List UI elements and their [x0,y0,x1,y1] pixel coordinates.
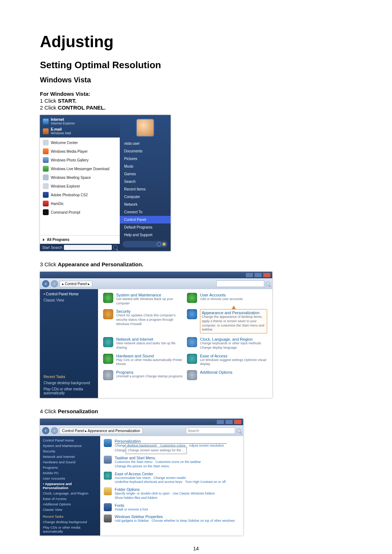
page-title: Adjusting [40,33,352,51]
additional-icon [187,370,197,380]
forward-button[interactable]: › [51,280,58,287]
side-appearance[interactable]: • Appearance and Personalization [43,482,97,490]
step-2: 2 Click CONTROL PANEL. [40,104,352,111]
recent-task-1[interactable]: Change desktop background [44,381,94,385]
app-icon [43,148,49,154]
recent-task-1[interactable]: Change desktop background [43,520,97,524]
figure-start-menu: Internet Internet Explorer E-mail Window… [40,115,352,251]
right-pictures[interactable]: Pictures [120,155,171,163]
row-fonts[interactable]: FontsInstall or remove a font [104,503,240,512]
hover-tip-text: Change screen saver settings for the ... [127,448,185,453]
app-hamdic[interactable]: HamDic [40,199,120,208]
right-user[interactable]: vista user [120,140,171,147]
minimize-button[interactable] [216,419,224,424]
row-folder[interactable]: Folder Options Specify single- or double… [104,487,240,500]
side-system[interactable]: System and Maintenance [43,444,97,448]
user-avatar[interactable] [136,119,154,137]
globe-icon [103,337,113,347]
font-icon [104,503,112,511]
close-button[interactable] [234,419,242,424]
right-search[interactable]: Search [120,178,171,185]
breadcrumb[interactable]: Control Panel ▸ Appearance and Personali… [60,428,143,434]
start-search[interactable]: Start Search [40,244,120,251]
sidebar: Control Panel Home System and Maintenanc… [40,436,100,535]
app-photoshop[interactable]: Adobe Photoshop CS2 [40,190,120,199]
side-ease[interactable]: Ease of Access [43,497,97,501]
lock-icon [163,243,166,246]
cat-programs[interactable]: ProgramsUninstall a program Change start… [103,370,183,380]
side-clock[interactable]: Clock, Language, and Region [43,491,97,495]
side-security[interactable]: Security [43,449,97,453]
cat-appearance[interactable]: Appearance and PersonalizationChange the… [187,309,267,333]
page-number: 14 [0,546,392,551]
right-documents[interactable]: Documents [120,147,171,155]
recent-tasks-header: Recent Tasks [43,514,97,518]
side-classic[interactable]: Classic View [43,508,97,512]
search-icon [113,245,118,250]
cat-ease[interactable]: Ease of AccessLet Windows suggest settin… [187,354,267,366]
figure-control-panel: ‹ › ▸ Control Panel ▸ • Control Panel Ho… [40,272,352,398]
side-mobile[interactable]: Mobile PC [43,471,97,475]
right-music[interactable]: Music [120,163,171,170]
close-button[interactable] [263,272,271,278]
breadcrumb[interactable]: ▸ Control Panel ▸ [60,281,92,287]
right-computer[interactable]: Computer [120,193,171,201]
side-additional[interactable]: Additional Options [43,502,97,506]
row-taskbar[interactable]: Taskbar and Start Menu Customize the Sta… [104,456,240,468]
search-input[interactable]: Search [186,427,235,434]
right-network[interactable]: Network [120,201,171,208]
back-button[interactable]: ‹ [42,280,49,287]
search-input[interactable] [216,280,264,287]
side-hardware[interactable]: Hardware and Sound [43,460,97,464]
app-photo-gallery[interactable]: Windows Photo Gallery [40,156,120,164]
right-connect[interactable]: Connect To [120,208,171,216]
app-explorer[interactable]: Windows Explorer [40,182,120,190]
right-recent[interactable]: Recent Items [120,185,171,193]
app-media-player[interactable]: Windows Media Player [40,147,120,156]
recent-task-2[interactable]: Play CDs or other media automatically [43,525,97,533]
cat-network[interactable]: Network and InternetView network status … [103,337,183,350]
app-icon [43,166,49,172]
recent-task-2[interactable]: Play CDs or other media automatically [44,387,94,395]
pinned-internet[interactable]: Internet Internet Explorer [40,116,120,126]
row-ease[interactable]: Ease of Access Center Accommodate low vi… [104,472,240,484]
app-live-messenger[interactable]: Windows Live Messenger Download [40,164,120,173]
right-help[interactable]: Help and Support [120,231,171,239]
cat-system[interactable]: System and MaintenanceGet started with W… [103,293,183,305]
step-4: 4 Click Personalization [40,408,352,414]
side-network[interactable]: Network and Internet [43,455,97,459]
power-buttons[interactable] [123,241,168,247]
minimize-button[interactable] [245,272,253,278]
pinned-email[interactable]: E-mail Windows Mail [40,126,120,136]
right-default-programs[interactable]: Default Programs [120,223,171,231]
cat-hardware[interactable]: Hardware and SoundPlay CDs or other medi… [103,354,183,366]
app-icon [43,209,49,215]
folder-icon [104,487,112,495]
back-button[interactable]: ‹ [42,427,49,434]
row-personalization[interactable]: Personalization Change desktop backgroun… [104,439,240,453]
cat-security[interactable]: SecurityCheck for updates Check this com… [103,309,183,333]
all-programs[interactable]: All Programs [40,235,120,244]
maximize-button[interactable] [225,419,233,424]
forward-button[interactable]: › [51,427,58,434]
maximize-button[interactable] [254,272,262,278]
chevron-right-icon [43,238,45,241]
cat-clock[interactable]: Clock, Language, and RegionChange keyboa… [187,337,267,350]
app-cmd[interactable]: Command Prompt [40,208,120,217]
side-home[interactable]: Control Panel Home [43,438,97,442]
side-programs[interactable]: Programs [43,465,97,469]
app-welcome-center[interactable]: Welcome Center [40,138,120,147]
app-meeting-space[interactable]: Windows Meeting Space [40,173,120,182]
right-games[interactable]: Games [120,170,171,178]
cat-additional[interactable]: Additional Options [187,370,267,380]
step-1: 1 Click START. [40,98,352,104]
row-sidebar[interactable]: Windows Sidebar PropertiesAdd gadgets to… [104,514,240,523]
clock-icon [187,337,197,347]
ie-icon [43,119,49,124]
sidebar-home[interactable]: • Control Panel Home [44,292,94,296]
side-users[interactable]: User Accounts [43,476,97,480]
search-icon [237,428,241,433]
cat-users[interactable]: User AccountsAdd or remove user accounts [187,293,267,305]
right-control-panel[interactable]: Control Panel [120,216,171,223]
sidebar-classic-view[interactable]: Classic View [44,298,94,302]
